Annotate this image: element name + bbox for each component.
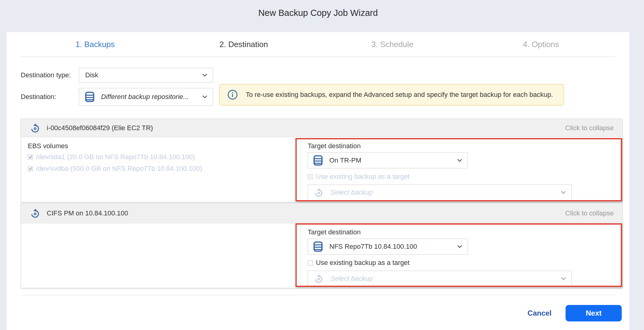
backup-section-cifs: CIFS PM on 10.84.100.100 Click to collap… xyxy=(21,203,623,288)
target-destination-label: Target destination xyxy=(308,142,622,150)
select-backup-placeholder: Select backup xyxy=(331,189,373,196)
select-backup-placeholder: Select backup xyxy=(331,275,373,283)
target-destination-select[interactable]: NFS Repo7Tb 10.84.100.100 xyxy=(308,239,468,255)
use-existing-label: Use existing backup as a target xyxy=(316,259,410,267)
chevron-down-icon xyxy=(457,159,462,162)
destination-value: Different backup repositorie... xyxy=(101,93,189,101)
collapse-hint: Click to collapse xyxy=(565,209,614,217)
select-backup-dropdown: Select backup xyxy=(308,185,572,200)
footer-actions: Cancel Next xyxy=(527,305,622,321)
select-backup-dropdown: Select backup xyxy=(308,271,572,287)
volumes-panel: EBS volumes /dev/sda1 (20.0 GB on NFS Re… xyxy=(21,137,300,202)
page-title: New Backup Copy Job Wizard xyxy=(7,8,629,18)
use-existing-checkbox xyxy=(308,174,313,179)
section-header-cifs[interactable]: CIFS PM on 10.84.100.100 Click to collap… xyxy=(21,203,622,223)
backup-job-icon xyxy=(313,187,324,198)
step-options: 4. Options xyxy=(467,40,615,49)
empty-panel xyxy=(21,223,300,288)
volume-label: /dev/xvdba (500.0 GB on NFS Repo7Tb 10.8… xyxy=(36,165,202,173)
backup-job-icon xyxy=(313,273,324,284)
target-destination-select[interactable]: On TR-PM xyxy=(308,152,468,168)
volume-label: /dev/sda1 (20.0 GB on NFS Repo7Tb 10.84.… xyxy=(36,153,195,161)
section-title: CIFS PM on 10.84.100.100 xyxy=(47,209,128,217)
section-header-ec2[interactable]: i-00c4508ef06084f29 (Elie EC2 TR) Click … xyxy=(21,119,622,137)
volume-checkbox-checked xyxy=(28,166,33,171)
info-banner-text: To re-use existing backups, expand the A… xyxy=(246,91,553,99)
target-destination-panel: Target destination On TR-PM Use existing… xyxy=(300,137,622,202)
step-schedule: 3. Schedule xyxy=(318,40,467,49)
step-backups[interactable]: 1. Backups xyxy=(21,40,169,49)
info-icon xyxy=(227,90,238,100)
step-destination: 2. Destination xyxy=(169,40,318,49)
disk-stack-icon xyxy=(85,92,94,102)
destination-select[interactable]: Different backup repositorie... xyxy=(79,88,213,106)
chevron-down-icon xyxy=(561,277,566,280)
next-button[interactable]: Next xyxy=(566,305,622,321)
volumes-title: EBS volumes xyxy=(28,142,293,150)
footer-divider xyxy=(21,295,615,295)
target-destination-label: Target destination xyxy=(308,228,622,236)
volume-checkbox-checked xyxy=(28,155,33,160)
target-destination-panel: Target destination NFS Repo7Tb 10.84.100… xyxy=(300,223,622,288)
target-destination-value: On TR-PM xyxy=(329,156,361,164)
chevron-down-icon xyxy=(202,74,207,77)
wizard-panel: 1. Backups 2. Destination 3. Schedule 4.… xyxy=(7,32,629,330)
chevron-down-icon xyxy=(561,191,566,194)
use-existing-backup-row: Use existing backup as a target xyxy=(308,259,622,267)
backup-job-icon xyxy=(30,208,41,219)
volume-row: /dev/xvdba (500.0 GB on NFS Repo7Tb 10.8… xyxy=(28,165,293,173)
wizard-steps: 1. Backups 2. Destination 3. Schedule 4.… xyxy=(21,32,615,57)
use-existing-checkbox[interactable] xyxy=(308,260,313,266)
disk-stack-icon xyxy=(313,241,323,252)
target-destination-value: NFS Repo7Tb 10.84.100.100 xyxy=(329,243,417,251)
section-title: i-00c4508ef06084f29 (Elie EC2 TR) xyxy=(47,124,153,132)
use-existing-backup-row: Use existing backup as a target xyxy=(308,173,622,181)
chevron-down-icon xyxy=(202,95,207,98)
volume-row: /dev/sda1 (20.0 GB on NFS Repo7Tb 10.84.… xyxy=(28,153,293,161)
destination-type-value: Disk xyxy=(85,71,98,79)
cancel-button[interactable]: Cancel xyxy=(527,309,552,317)
backup-section-ec2: i-00c4508ef06084f29 (Elie EC2 TR) Click … xyxy=(21,119,623,202)
destination-type-select[interactable]: Disk xyxy=(79,68,213,82)
info-banner: To re-use existing backups, expand the A… xyxy=(219,84,564,105)
chevron-down-icon xyxy=(457,245,462,248)
collapse-hint: Click to collapse xyxy=(565,124,614,132)
disk-stack-icon xyxy=(313,155,323,166)
use-existing-label: Use existing backup as a target xyxy=(316,173,410,181)
destination-type-label: Destination type: xyxy=(21,71,79,79)
backup-job-icon xyxy=(30,123,41,134)
destination-label: Destination: xyxy=(21,93,79,101)
